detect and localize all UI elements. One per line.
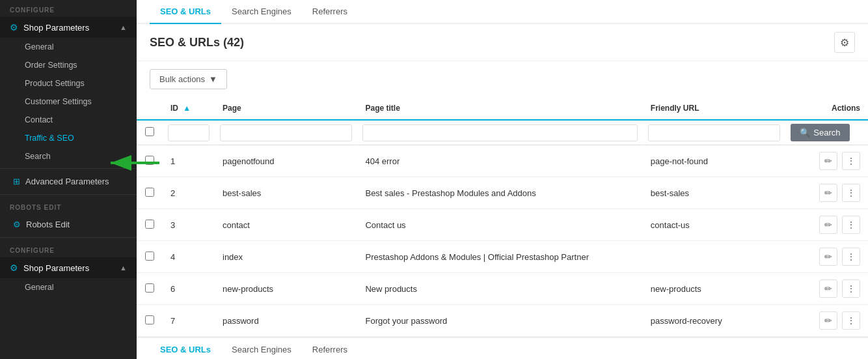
header-actions: Actions: [785, 97, 868, 120]
shop-parameters-icon: ⚙: [10, 22, 18, 33]
row-checkbox[interactable]: [145, 220, 154, 229]
table-row: 6 new-products New products new-products…: [137, 273, 868, 305]
row-page: contact: [215, 209, 357, 241]
sidebar-item-general2[interactable]: General: [0, 278, 137, 296]
tab-bottom-seo-urls[interactable]: SEO & URLs: [150, 338, 221, 359]
page-title: SEO & URLs (42): [150, 36, 244, 50]
tab-bottom-referrers[interactable]: Referrers: [302, 338, 358, 359]
more-actions-button[interactable]: ⋮: [842, 311, 860, 330]
more-actions-button[interactable]: ⋮: [842, 248, 860, 266]
sidebar-item-general[interactable]: General: [0, 38, 137, 56]
row-page-title: Best sales - Prestashop Modules and Addo…: [357, 177, 642, 209]
row-checkbox-cell: [137, 305, 163, 337]
table-row: 7 password Forgot your password password…: [137, 305, 868, 337]
filter-id-input[interactable]: [168, 124, 210, 141]
settings-gear-button[interactable]: ⚙: [834, 32, 855, 53]
content-area: SEO & URLs (42) ⚙ Bulk actions ▼ ID ▲ Pa…: [137, 24, 868, 359]
main-content: SEO & URLs Search Engines Referrers SEO …: [137, 0, 868, 359]
robots-edit-section-title: ROBOTS EDIT: [0, 197, 137, 214]
row-checkbox[interactable]: [145, 315, 154, 324]
search-button[interactable]: 🔍 Search: [791, 124, 849, 141]
sidebar: CONFIGURE ⚙ Shop Parameters ▲ General Or…: [0, 0, 137, 359]
edit-button[interactable]: ✏: [819, 216, 837, 234]
table-row: 2 best-sales Best sales - Prestashop Mod…: [137, 177, 868, 209]
id-sort-icon: ▲: [183, 104, 191, 113]
row-checkbox-cell: [137, 145, 163, 177]
shop-parameters2-group[interactable]: ⚙ Shop Parameters ▲: [0, 257, 137, 278]
more-actions-button[interactable]: ⋮: [842, 280, 860, 298]
filter-page-cell: [215, 120, 357, 145]
sidebar-item-product-settings[interactable]: Product Settings: [0, 74, 137, 93]
tab-bar-bottom: SEO & URLs Search Engines Referrers: [137, 337, 868, 359]
sidebar-item-advanced-parameters[interactable]: ⊞ Advanced Parameters: [0, 171, 137, 192]
filter-page-input[interactable]: [220, 124, 352, 141]
bulk-actions-label: Bulk actions: [159, 74, 205, 84]
more-actions-button[interactable]: ⋮: [842, 216, 860, 234]
tab-seo-urls[interactable]: SEO & URLs: [150, 0, 221, 24]
row-page-title: Forgot your password: [357, 305, 642, 337]
advanced-parameters-icon: ⊞: [13, 177, 20, 186]
filter-id-cell: [163, 120, 215, 145]
sidebar-item-contact[interactable]: Contact: [0, 111, 137, 129]
sidebar-item-search[interactable]: Search: [0, 147, 137, 165]
header-friendly-url: Friendly URL: [643, 97, 785, 120]
tab-referrers[interactable]: Referrers: [302, 0, 358, 24]
row-page: pagenotfound: [215, 145, 357, 177]
edit-button[interactable]: ✏: [819, 280, 837, 298]
shop-parameters-chevron: ▲: [120, 23, 127, 31]
tab-bar-top: SEO & URLs Search Engines Referrers: [137, 0, 868, 24]
row-checkbox[interactable]: [145, 188, 154, 197]
edit-button[interactable]: ✏: [819, 311, 837, 330]
row-checkbox[interactable]: [145, 251, 154, 261]
header-checkbox-cell: [137, 97, 163, 120]
edit-button[interactable]: ✏: [819, 152, 837, 170]
filter-friendly-url-input[interactable]: [648, 124, 780, 141]
table-body: 1 pagenotfound 404 error page-not-found …: [137, 145, 868, 337]
shop-parameters2-label: Shop Parameters: [23, 263, 89, 273]
row-friendly-url: new-products: [643, 273, 785, 305]
row-friendly-url: page-not-found: [643, 145, 785, 177]
filter-checkbox-cell: [137, 120, 163, 145]
tab-bottom-search-engines[interactable]: Search Engines: [221, 338, 302, 359]
filter-actions-cell: 🔍 Search: [785, 120, 868, 145]
filter-page-title-input[interactable]: [362, 124, 637, 141]
configure2-section-title: CONFIGURE: [0, 240, 137, 257]
shop-parameters-label: Shop Parameters: [23, 23, 89, 33]
row-page: index: [215, 241, 357, 273]
sidebar-item-robots-edit[interactable]: ⚙ Robots Edit: [0, 214, 137, 235]
row-checkbox-cell: [137, 241, 163, 273]
row-page-title: Prestashop Addons & Modules | Official P…: [357, 241, 642, 273]
bulk-actions-chevron-icon: ▼: [209, 74, 217, 84]
edit-button[interactable]: ✏: [819, 184, 837, 202]
row-page: new-products: [215, 273, 357, 305]
bulk-actions-button[interactable]: Bulk actions ▼: [150, 69, 227, 89]
row-actions: ✏ ⋮: [785, 145, 868, 177]
edit-button[interactable]: ✏: [819, 248, 837, 266]
filter-friendly-url-cell: [643, 120, 785, 145]
more-actions-button[interactable]: ⋮: [842, 152, 860, 170]
header-page-title: Page title: [357, 97, 642, 120]
row-checkbox[interactable]: [145, 156, 154, 165]
shop-parameters-group[interactable]: ⚙ Shop Parameters ▲: [0, 17, 137, 38]
sidebar-item-traffic-seo[interactable]: Traffic & SEO: [0, 129, 137, 147]
table-row: 3 contact Contact us contact-us ✏ ⋮: [137, 209, 868, 241]
row-friendly-url: [643, 241, 785, 273]
row-checkbox-cell: [137, 177, 163, 209]
row-friendly-url: password-recovery: [643, 305, 785, 337]
select-all-checkbox[interactable]: [142, 127, 157, 136]
row-actions: ✏ ⋮: [785, 177, 868, 209]
row-id: 2: [163, 177, 215, 209]
more-actions-button[interactable]: ⋮: [842, 184, 860, 202]
row-page: password: [215, 305, 357, 337]
row-id: 4: [163, 241, 215, 273]
shop-parameters2-icon: ⚙: [10, 263, 18, 273]
search-icon: 🔍: [800, 128, 810, 137]
row-checkbox[interactable]: [145, 283, 154, 293]
header-id[interactable]: ID ▲: [163, 97, 215, 120]
row-checkbox-cell: [137, 273, 163, 305]
sidebar-item-order-settings[interactable]: Order Settings: [0, 56, 137, 74]
table-row: 4 index Prestashop Addons & Modules | Of…: [137, 241, 868, 273]
sidebar-item-customer-settings[interactable]: Customer Settings: [0, 93, 137, 111]
row-actions: ✏ ⋮: [785, 209, 868, 241]
tab-search-engines[interactable]: Search Engines: [221, 0, 302, 24]
